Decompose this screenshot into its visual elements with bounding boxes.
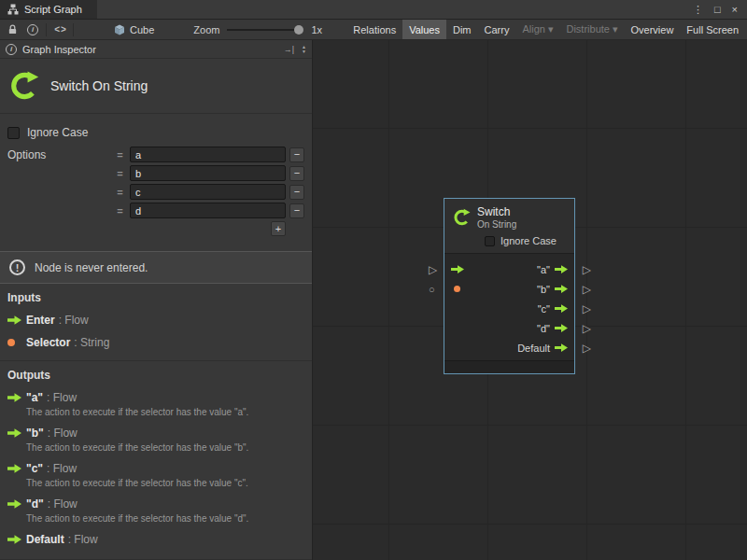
option-input-d[interactable] xyxy=(130,203,286,218)
node-ports: ▷ "a" ▷ ○ "b" xyxy=(444,253,574,360)
add-option-row: + xyxy=(114,221,304,236)
flow-arrow-icon xyxy=(555,304,568,313)
flow-arrow-icon xyxy=(555,285,568,293)
unit-title: Switch On String xyxy=(50,78,148,93)
add-option-button[interactable]: + xyxy=(271,221,286,236)
lock-button[interactable] xyxy=(2,20,22,40)
main-area: i Graph Inspector →| ▲ ▼ Switch On Strin… xyxy=(0,40,747,560)
code-icon: < > xyxy=(54,24,64,35)
output-name: "a" xyxy=(26,391,43,404)
output-port-c[interactable]: ▷ xyxy=(583,303,591,315)
node-row-selector-b: ○ "b" ▷ xyxy=(444,279,574,299)
flow-arrow-icon xyxy=(555,324,568,332)
node-header: Switch On String xyxy=(444,199,574,232)
dim-button[interactable]: Dim xyxy=(446,20,478,39)
options-list: = − = − = − = − xyxy=(114,147,304,236)
flow-arrow-icon xyxy=(7,315,26,325)
node-ignore-case-checkbox[interactable] xyxy=(485,236,495,246)
output-port-d[interactable]: ▷ xyxy=(583,323,591,334)
carry-button[interactable]: Carry xyxy=(478,20,516,39)
output-port-default[interactable]: ▷ xyxy=(583,343,591,354)
toolbar-separator xyxy=(46,23,47,36)
output-port-a[interactable]: ▷ xyxy=(583,264,591,275)
node-row-d: "d" ▷ xyxy=(444,318,574,338)
option-row: = − xyxy=(114,184,304,200)
overview-button[interactable]: Overview xyxy=(625,20,681,39)
kebab-menu-icon[interactable]: ⋮ xyxy=(693,4,703,16)
output-port-b[interactable]: ▷ xyxy=(583,284,591,295)
toolbar-toggle-group: Relations Values Dim Carry Align ▾ Distr… xyxy=(346,20,745,39)
flow-arrow-icon xyxy=(7,499,26,509)
zoom-slider[interactable] xyxy=(227,29,303,31)
option-input-a[interactable] xyxy=(130,147,286,162)
option-input-c[interactable] xyxy=(130,184,286,200)
node-row-c: "c" ▷ xyxy=(444,299,574,318)
input-type: : String xyxy=(74,336,109,349)
remove-option-button[interactable]: − xyxy=(289,166,304,181)
switch-node-wrap: Switch On String Ignore Case ▷ "a" xyxy=(444,198,575,374)
zoom-label: Zoom xyxy=(193,24,219,35)
lock-icon xyxy=(7,23,18,35)
inspector-header: i Graph Inspector →| ▲ ▼ xyxy=(0,40,312,59)
relations-button[interactable]: Relations xyxy=(346,20,402,39)
window-titlebar: Script Graph ⋮ □ × xyxy=(0,0,747,20)
section-divider xyxy=(0,113,312,114)
flow-arrow-icon xyxy=(7,428,26,438)
graph-canvas[interactable]: Switch On String Ignore Case ▷ "a" xyxy=(313,40,747,560)
outputs-section: Outputs "a" : Flow The action to execute… xyxy=(0,361,312,550)
graph-toolbar: i < > Cube Zoom 1x Relations Values Dim … xyxy=(0,20,747,40)
option-input-b[interactable] xyxy=(130,165,286,181)
input-type: : Flow xyxy=(59,314,89,327)
warning-icon: ! xyxy=(9,259,25,275)
dock-icon[interactable]: →| xyxy=(284,45,294,54)
option-row: = − xyxy=(114,147,304,162)
align-dropdown[interactable]: Align ▾ xyxy=(515,20,559,39)
outputs-header: Outputs xyxy=(7,369,304,382)
output-description: The action to execute if the selector ha… xyxy=(26,442,304,453)
output-name: "d" xyxy=(26,497,44,511)
warning-text: Node is never entered. xyxy=(35,261,148,274)
node-output-label: "d" xyxy=(537,323,550,334)
output-item-default: Default : Flow xyxy=(7,533,304,546)
close-icon[interactable]: × xyxy=(732,4,738,15)
output-item-a: "a" : Flow The action to execute if the … xyxy=(7,391,304,417)
remove-option-button[interactable]: − xyxy=(289,203,304,218)
selector-port[interactable]: ○ xyxy=(429,284,435,294)
input-item-selector: Selector : String xyxy=(7,336,304,349)
tab-script-graph[interactable]: Script Graph xyxy=(0,0,97,19)
maximize-icon[interactable]: □ xyxy=(714,4,721,15)
node-ignore-case-row: Ignore Case xyxy=(444,232,574,253)
edit-source-button[interactable]: < > xyxy=(49,20,70,40)
node-output-label: "c" xyxy=(538,303,550,315)
remove-option-button[interactable]: − xyxy=(289,185,304,200)
ignore-case-checkbox[interactable] xyxy=(7,127,20,139)
toolbar-separator xyxy=(73,23,74,36)
inputs-section: Inputs Enter : Flow Selector : String xyxy=(0,284,312,353)
node-row-enter-a: ▷ "a" ▷ xyxy=(444,259,574,279)
info-button[interactable]: i xyxy=(22,20,43,40)
flow-arrow-icon xyxy=(555,265,568,273)
remove-option-button[interactable]: − xyxy=(289,147,304,162)
output-type: : Flow xyxy=(47,462,77,475)
values-button[interactable]: Values xyxy=(402,20,446,39)
enter-port[interactable]: ▷ xyxy=(429,264,437,275)
distribute-dropdown[interactable]: Distribute ▾ xyxy=(559,20,624,39)
output-item-d: "d" : Flow The action to execute if the … xyxy=(7,497,304,524)
output-description: The action to execute if the selector ha… xyxy=(26,513,304,524)
input-name: Enter xyxy=(26,314,55,327)
enter-arrow-icon xyxy=(451,265,464,273)
drag-handle-icon[interactable]: = xyxy=(114,205,126,217)
switch-node[interactable]: Switch On String Ignore Case ▷ "a" xyxy=(444,198,575,374)
ignore-case-row: Ignore Case xyxy=(7,126,304,139)
object-context-button[interactable]: Cube xyxy=(114,24,154,35)
fullscreen-button[interactable]: Full Screen xyxy=(680,20,745,39)
scroll-spinner[interactable]: ▲ ▼ xyxy=(302,45,306,54)
output-item-b: "b" : Flow The action to execute if the … xyxy=(7,427,304,453)
output-description: The action to execute if the selector ha… xyxy=(26,407,304,417)
inputs-header: Inputs xyxy=(7,291,304,304)
drag-handle-icon[interactable]: = xyxy=(114,149,126,161)
zoom-slider-handle[interactable] xyxy=(294,25,303,35)
drag-handle-icon[interactable]: = xyxy=(114,187,126,198)
drag-handle-icon[interactable]: = xyxy=(114,168,126,179)
window-controls: ⋮ □ × xyxy=(693,0,747,19)
